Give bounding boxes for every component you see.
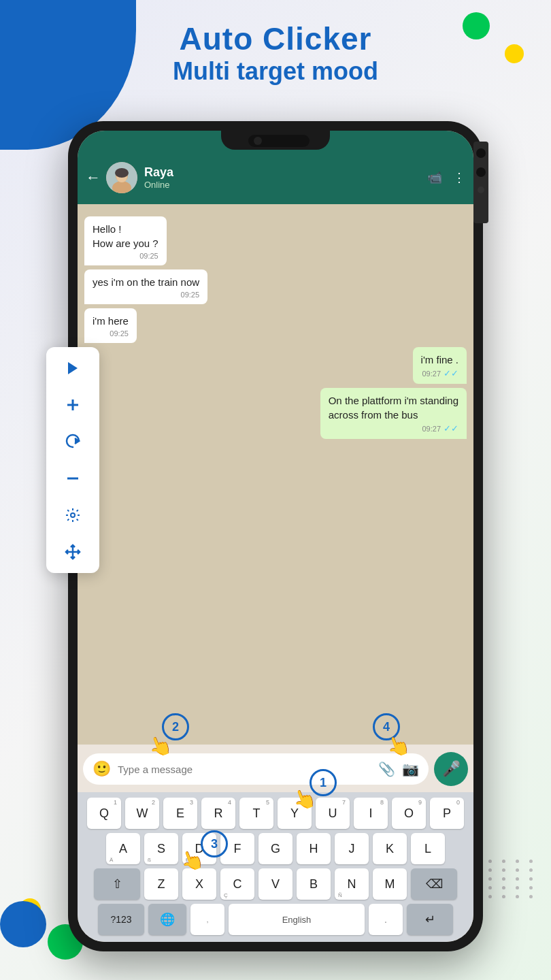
globe-key[interactable]: 🌐 — [148, 904, 186, 935]
bubble-text-1: Hello !How are you ? — [93, 222, 158, 250]
bubble-time-4: 09:27 — [422, 370, 441, 378]
bubble-time-row-5: 09:27 ✓✓ — [329, 423, 458, 434]
redo-button[interactable] — [60, 429, 86, 455]
contact-status: Online — [144, 180, 427, 190]
svg-marker-5 — [68, 362, 78, 374]
bubble-time-row-4: 09:27 ✓✓ — [421, 368, 458, 378]
key-v[interactable]: V — [258, 868, 293, 900]
mic-button[interactable]: 🎤 — [434, 752, 468, 786]
phone-screen: ← Raya Online 📹 ⋮ — [78, 131, 473, 942]
contact-info: Raya Online — [144, 165, 427, 190]
title-line1: Auto Clicker — [0, 20, 551, 57]
float-toolbar — [46, 347, 99, 573]
avatar — [106, 162, 137, 193]
key-i[interactable]: 8I — [354, 798, 388, 829]
phone-frame: ← Raya Online 📹 ⋮ — [68, 121, 483, 951]
bubble-time-5: 09:27 — [422, 425, 441, 433]
received-bubble-3: i'm here 09:25 — [84, 308, 137, 343]
keyboard-row-1: 1Q 2W 3E 4R 5T 6Y 7U 8I 9O 0P — [80, 798, 471, 829]
keyboard-row-3: ⇧ Z X ÇC V B ÑN M ⌫ — [80, 868, 471, 900]
bubble-text-4: i'm fine . — [421, 353, 458, 367]
read-receipt-2: ✓✓ — [444, 423, 458, 434]
svg-point-9 — [71, 513, 75, 517]
title-line2: Multi target mood — [0, 57, 551, 86]
key-g[interactable]: G — [258, 833, 293, 864]
attach-icon[interactable]: 📎 — [378, 761, 395, 777]
period-key[interactable]: . — [369, 904, 403, 935]
key-l[interactable]: L — [411, 833, 445, 864]
front-camera — [248, 135, 310, 147]
camera-icon[interactable]: 📷 — [402, 761, 419, 777]
more-options-icon[interactable]: ⋮ — [453, 170, 465, 185]
key-h[interactable]: H — [297, 833, 331, 864]
bubble-text-5: On the plattform i'm standingacross from… — [329, 393, 458, 422]
key-o[interactable]: 9O — [392, 798, 426, 829]
minus-button[interactable] — [60, 466, 86, 491]
sent-bubble-2: On the plattform i'm standingacross from… — [320, 388, 467, 439]
keyboard-row-4: ?123 🌐 , English . ↵ — [80, 904, 471, 935]
add-button[interactable] — [60, 392, 86, 418]
received-bubble-1: Hello !How are you ? 09:25 — [84, 216, 167, 265]
chat-input-area: 🙂 📎 📷 🎤 — [78, 745, 473, 794]
move-button[interactable] — [60, 539, 86, 565]
header-icons: 📹 ⋮ — [427, 170, 465, 185]
key-f[interactable]: F — [220, 833, 254, 864]
comma-key[interactable]: , — [190, 904, 224, 935]
phone-notch — [221, 131, 330, 150]
key-e[interactable]: 3E — [163, 798, 197, 829]
key-k[interactable]: K — [373, 833, 407, 864]
received-bubble-2: yes i'm on the train now 09:25 — [84, 270, 207, 304]
enter-key[interactable]: ↵ — [407, 904, 453, 935]
num-key[interactable]: ?123 — [98, 904, 144, 935]
message-input[interactable] — [118, 764, 371, 775]
svg-point-4 — [115, 168, 129, 178]
key-j[interactable]: J — [335, 833, 369, 864]
key-m[interactable]: M — [373, 868, 407, 900]
bubble-time-2: 09:25 — [93, 291, 199, 299]
contact-name: Raya — [144, 165, 427, 180]
back-button[interactable]: ← — [86, 169, 101, 186]
key-u[interactable]: 7U — [316, 798, 350, 829]
key-n[interactable]: ÑN — [335, 868, 369, 900]
key-c[interactable]: ÇC — [220, 868, 254, 900]
play-button[interactable] — [60, 355, 86, 381]
key-p[interactable]: 0P — [430, 798, 464, 829]
keyboard: 1Q 2W 3E 4R 5T 6Y 7U 8I 9O 0P ÄA ßS ÐD — [78, 792, 473, 942]
sent-bubble-1: i'm fine . 09:27 ✓✓ — [413, 347, 467, 384]
video-call-icon[interactable]: 📹 — [427, 170, 442, 185]
settings-button[interactable] — [60, 502, 86, 528]
key-t[interactable]: 5T — [239, 798, 273, 829]
key-z[interactable]: Z — [144, 868, 178, 900]
key-a[interactable]: ÄA — [106, 833, 140, 864]
app-title: Auto Clicker Multi target mood — [0, 20, 551, 86]
keyboard-row-2: ÄA ßS ÐD F G H J K L — [80, 833, 471, 864]
bubble-text-2: yes i'm on the train now — [93, 275, 199, 289]
key-r[interactable]: 4R — [201, 798, 235, 829]
chat-input-box[interactable]: 🙂 📎 📷 — [83, 753, 429, 785]
bubble-text-3: i'm here — [93, 314, 129, 328]
delete-key[interactable]: ⌫ — [411, 868, 457, 900]
space-key[interactable]: English — [229, 904, 365, 935]
key-w[interactable]: 2W — [125, 798, 159, 829]
chat-area: Hello !How are you ? 09:25 yes i'm on th… — [78, 204, 473, 745]
bubble-time-3: 09:25 — [93, 329, 129, 338]
key-b[interactable]: B — [297, 868, 331, 900]
bubble-time-1: 09:25 — [93, 252, 158, 260]
shift-key[interactable]: ⇧ — [94, 868, 140, 900]
key-q[interactable]: 1Q — [87, 798, 121, 829]
key-s[interactable]: ßS — [144, 833, 178, 864]
camera-bump — [473, 142, 488, 223]
bg-dot-blue-bottom — [0, 901, 46, 947]
emoji-icon[interactable]: 🙂 — [93, 760, 111, 778]
camera-lens — [254, 137, 262, 145]
read-receipt-1: ✓✓ — [444, 368, 458, 378]
